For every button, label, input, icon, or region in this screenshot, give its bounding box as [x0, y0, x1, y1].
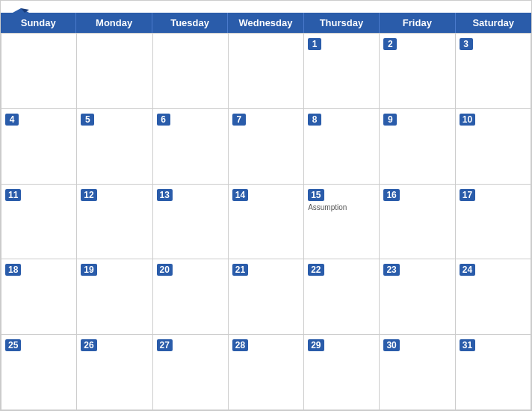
calendar-cell: 11 — [1, 185, 77, 260]
calendar-cell: 20 — [153, 259, 229, 335]
cell-date-number: 24 — [460, 264, 475, 276]
calendar-cell: 2 — [380, 34, 455, 109]
cell-event: Assumption — [308, 203, 375, 211]
calendar-cell: 19 — [77, 259, 152, 335]
calendar-cell: 27 — [153, 335, 229, 410]
logo-area — [13, 7, 31, 20]
cell-date-number: 26 — [81, 339, 96, 351]
cell-date-number: 28 — [232, 339, 248, 351]
cell-date-number: 29 — [308, 339, 324, 351]
calendar-container: SundayMondayTuesdayWednesdayThursdayFrid… — [0, 0, 532, 411]
calendar-cell: 9 — [380, 109, 455, 185]
calendar-cell: 18 — [1, 259, 77, 335]
calendar-cell: 10 — [456, 109, 531, 185]
calendar-grid: 123456789101112131415Assumption161718192… — [1, 33, 531, 410]
day-header-thursday: Thursday — [304, 13, 380, 33]
day-header-friday: Friday — [380, 13, 455, 33]
calendar-cell: 12 — [77, 185, 152, 260]
cell-date-number: 4 — [5, 114, 19, 126]
cell-date-number: 8 — [308, 114, 321, 126]
cell-date-number: 25 — [5, 339, 21, 351]
calendar-cell: 30 — [380, 335, 455, 410]
day-header-wednesday: Wednesday — [228, 13, 303, 33]
cell-date-number: 27 — [157, 339, 173, 351]
cell-date-number: 1 — [308, 38, 321, 50]
calendar-cell: 16 — [380, 185, 455, 260]
cell-date-number: 31 — [460, 339, 475, 351]
calendar-cell: 7 — [229, 109, 304, 185]
cell-date-number: 5 — [81, 114, 94, 126]
calendar-cell: 24 — [456, 259, 531, 335]
day-header-saturday: Saturday — [456, 13, 531, 33]
cell-date-number: 16 — [383, 189, 399, 201]
cell-date-number: 15 — [308, 189, 324, 201]
cell-date-number: 19 — [81, 264, 96, 276]
calendar-cell: 22 — [304, 259, 380, 335]
calendar-cell: 21 — [229, 259, 304, 335]
cell-date-number: 2 — [383, 38, 397, 50]
calendar-cell: 14 — [229, 185, 304, 260]
calendar-cell: 28 — [229, 335, 304, 410]
calendar-cell: 8 — [304, 109, 380, 185]
calendar-cell: 5 — [77, 109, 152, 185]
cell-date-number: 14 — [232, 189, 248, 201]
cell-date-number: 20 — [157, 264, 173, 276]
cell-date-number: 9 — [383, 114, 397, 126]
calendar-cell: 31 — [456, 335, 531, 410]
cell-date-number: 22 — [308, 264, 324, 276]
cell-date-number: 18 — [5, 264, 21, 276]
calendar-cell: 4 — [1, 109, 77, 185]
cell-date-number: 10 — [460, 114, 475, 126]
cell-date-number: 11 — [5, 189, 21, 201]
calendar-cell: 25 — [1, 335, 77, 410]
calendar-cell: 15Assumption — [304, 185, 380, 260]
calendar-header — [1, 1, 531, 13]
cell-date-number: 30 — [383, 339, 399, 351]
calendar-cell: 26 — [77, 335, 152, 410]
calendar-cell: 29 — [304, 335, 380, 410]
day-header-monday: Monday — [76, 13, 152, 33]
day-headers-row: SundayMondayTuesdayWednesdayThursdayFrid… — [1, 13, 531, 33]
day-header-tuesday: Tuesday — [152, 13, 228, 33]
calendar-cell — [153, 34, 229, 109]
calendar-cell — [77, 34, 152, 109]
calendar-cell: 6 — [153, 109, 229, 185]
cell-date-number: 21 — [232, 264, 248, 276]
cell-date-number: 23 — [383, 264, 399, 276]
calendar-cell: 17 — [456, 185, 531, 260]
logo-icon — [13, 7, 29, 20]
cell-date-number: 3 — [460, 38, 473, 50]
calendar-cell — [229, 34, 304, 109]
cell-date-number: 13 — [157, 189, 173, 201]
calendar-cell: 1 — [304, 34, 380, 109]
cell-date-number: 17 — [460, 189, 475, 201]
cell-date-number: 7 — [232, 114, 246, 126]
calendar-cell: 3 — [456, 34, 531, 109]
calendar-cell: 13 — [153, 185, 229, 260]
calendar-cell — [1, 34, 77, 109]
cell-date-number: 6 — [157, 114, 170, 126]
cell-date-number: 12 — [81, 189, 96, 201]
calendar-cell: 23 — [380, 259, 455, 335]
